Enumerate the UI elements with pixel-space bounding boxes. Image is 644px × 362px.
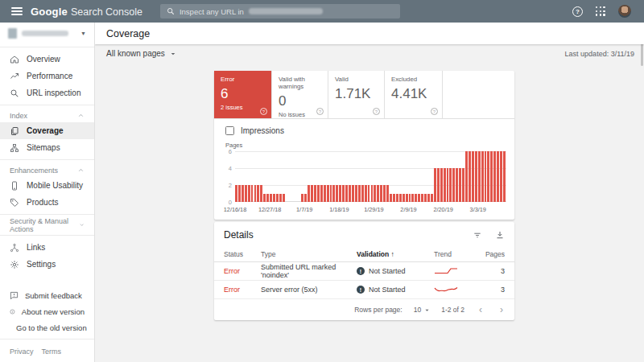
trend-sparkline bbox=[434, 285, 481, 295]
sidebar-section-index[interactable]: Index bbox=[0, 109, 94, 122]
search-icon bbox=[167, 7, 175, 15]
y-tick: 0 bbox=[222, 199, 232, 206]
sitemaps-icon bbox=[10, 143, 19, 153]
sidebar-section-enhancements[interactable]: Enhancements bbox=[0, 163, 94, 177]
sidebar-item-products[interactable]: Products bbox=[0, 194, 94, 211]
y-tick: 6 bbox=[222, 148, 232, 155]
sidebar-item-settings[interactable]: Settings bbox=[0, 256, 94, 273]
card-error[interactable]: Error 6 2 issues ? bbox=[214, 71, 272, 118]
error-badge-icon: ! bbox=[357, 286, 365, 294]
sidebar-item-sitemaps[interactable]: Sitemaps bbox=[0, 139, 94, 156]
impressions-checkbox[interactable] bbox=[225, 126, 234, 135]
error-badge-icon: ! bbox=[357, 267, 365, 275]
x-tick: 1/7/19 bbox=[296, 206, 312, 213]
row-type: Submitted URL marked 'noindex' bbox=[261, 263, 357, 279]
coverage-summary-panel: Error 6 2 issues ? Valid with warnings 0… bbox=[214, 71, 514, 220]
previous-page-icon[interactable]: ‹ bbox=[476, 304, 485, 315]
table-row[interactable]: Error Submitted URL marked 'noindex' !No… bbox=[214, 262, 514, 281]
sidebar-item-coverage[interactable]: Coverage bbox=[0, 122, 94, 139]
google-search-console-app: Google Search Console Inspect any URL in… bbox=[0, 0, 644, 362]
legal-links: Privacy Terms bbox=[0, 343, 94, 362]
last-updated-text: Last updated: 3/11/19 bbox=[565, 50, 634, 58]
row-status: Error bbox=[224, 267, 261, 275]
url-inspect-search-input[interactable]: Inspect any URL in bbox=[160, 4, 400, 19]
table-row[interactable]: Error Server error (5xx) !Not Started 3 bbox=[214, 281, 514, 299]
sidebar-item-url-inspection[interactable]: URL inspection bbox=[0, 84, 94, 101]
help-icon[interactable]: ? bbox=[572, 6, 583, 17]
terms-link[interactable]: Terms bbox=[42, 348, 62, 356]
sidebar-item-submit-feedback[interactable]: Submit feedback bbox=[0, 287, 94, 303]
download-icon[interactable] bbox=[495, 230, 505, 240]
card-value: 1.71K bbox=[335, 86, 378, 102]
sidebar-item-performance[interactable]: Performance bbox=[0, 68, 94, 84]
col-validation-sorted[interactable]: Validation ↑ bbox=[357, 250, 434, 258]
summary-cards: Error 6 2 issues ? Valid with warnings 0… bbox=[214, 71, 514, 119]
impressions-toggle-row: Impressions bbox=[214, 119, 514, 138]
section-label: Index bbox=[10, 112, 27, 120]
chart-plot-area[interactable]: 6 4 2 0 bbox=[235, 151, 506, 202]
help-icon[interactable]: ? bbox=[373, 108, 380, 115]
sidebar-item-label: Sitemaps bbox=[27, 143, 60, 152]
next-page-icon[interactable]: › bbox=[497, 304, 506, 315]
card-excluded[interactable]: Excluded 4.41K ? bbox=[385, 71, 443, 118]
sidebar-item-label: Links bbox=[27, 243, 45, 252]
chart-x-axis: 12/16/18 12/27/18 1/7/19 1/18/19 1/29/19… bbox=[235, 204, 506, 215]
row-pages: 3 bbox=[481, 286, 505, 294]
privacy-link[interactable]: Privacy bbox=[10, 348, 34, 356]
user-avatar[interactable] bbox=[618, 5, 631, 18]
sidebar-item-about-new-version[interactable]: About new version bbox=[0, 303, 94, 319]
row-pages: 3 bbox=[481, 267, 505, 275]
col-status[interactable]: Status bbox=[224, 250, 261, 258]
filter-icon[interactable] bbox=[473, 231, 482, 240]
sidebar-item-links[interactable]: Links bbox=[0, 239, 94, 256]
redacted-property-url bbox=[249, 8, 323, 14]
card-label: Valid bbox=[335, 76, 378, 84]
search-placeholder: Inspect any URL in bbox=[180, 7, 244, 16]
col-trend[interactable]: Trend bbox=[434, 250, 481, 258]
card-value: 6 bbox=[221, 86, 265, 102]
chevron-down-icon bbox=[170, 51, 176, 57]
row-validation: !Not Started bbox=[357, 286, 434, 294]
coverage-pages-icon bbox=[10, 126, 19, 136]
sidebar-item-label: About new version bbox=[22, 307, 85, 316]
magnifier-icon bbox=[10, 88, 19, 98]
card-valid-with-warnings[interactable]: Valid with warnings 0 No issues ? bbox=[272, 71, 328, 118]
sidebar-item-label: Settings bbox=[27, 260, 56, 269]
help-icon[interactable]: ? bbox=[431, 108, 438, 115]
card-value: 0 bbox=[279, 93, 321, 109]
sidebar-item-label: Performance bbox=[27, 72, 72, 80]
rows-per-page-select[interactable]: 10 bbox=[414, 306, 430, 314]
sidebar-nav: ▼ Overview Performance URL inspection In… bbox=[0, 23, 95, 362]
page-filter-dropdown[interactable]: All known pages bbox=[106, 49, 176, 58]
sidebar-item-label: Overview bbox=[27, 55, 60, 64]
pagination-range: 1-2 of 2 bbox=[441, 306, 464, 314]
property-selector[interactable]: ▼ bbox=[0, 23, 94, 43]
property-favicon bbox=[8, 28, 17, 39]
redacted-property-domain bbox=[22, 31, 68, 36]
card-label: Excluded bbox=[391, 76, 436, 84]
help-icon[interactable]: ? bbox=[316, 108, 324, 115]
links-icon bbox=[10, 243, 19, 253]
topbar-actions: ? bbox=[572, 5, 636, 18]
sidebar-item-overview[interactable]: Overview bbox=[0, 51, 94, 68]
x-tick: 1/29/19 bbox=[364, 206, 383, 213]
sidebar-item-mobile-usability[interactable]: Mobile Usability bbox=[0, 177, 94, 194]
details-panel: Details Status Type Validation ↑ Trend P… bbox=[214, 222, 514, 320]
menu-icon[interactable] bbox=[11, 7, 23, 15]
sidebar-section-security-manual-actions[interactable]: Security & Manual Actions bbox=[0, 218, 94, 232]
sidebar-item-label: Go to the old version bbox=[16, 323, 87, 332]
rows-per-page-label: Rows per page: bbox=[354, 306, 402, 314]
feedback-icon bbox=[10, 291, 19, 300]
y-tick: 2 bbox=[222, 181, 232, 188]
app-logo[interactable]: Google Search Console bbox=[31, 6, 142, 18]
sidebar-item-go-to-old-version[interactable]: Go to the old version bbox=[0, 319, 94, 335]
col-type[interactable]: Type bbox=[261, 250, 357, 258]
home-icon bbox=[10, 55, 19, 64]
chevron-down-icon: ▼ bbox=[80, 31, 86, 36]
help-icon[interactable]: ? bbox=[260, 108, 267, 115]
sort-arrow-icon: ↑ bbox=[391, 250, 394, 258]
card-valid[interactable]: Valid 1.71K ? bbox=[328, 71, 385, 118]
x-tick: 2/9/19 bbox=[400, 206, 416, 213]
apps-grid-icon[interactable] bbox=[596, 6, 605, 16]
col-pages[interactable]: Pages bbox=[481, 250, 505, 258]
